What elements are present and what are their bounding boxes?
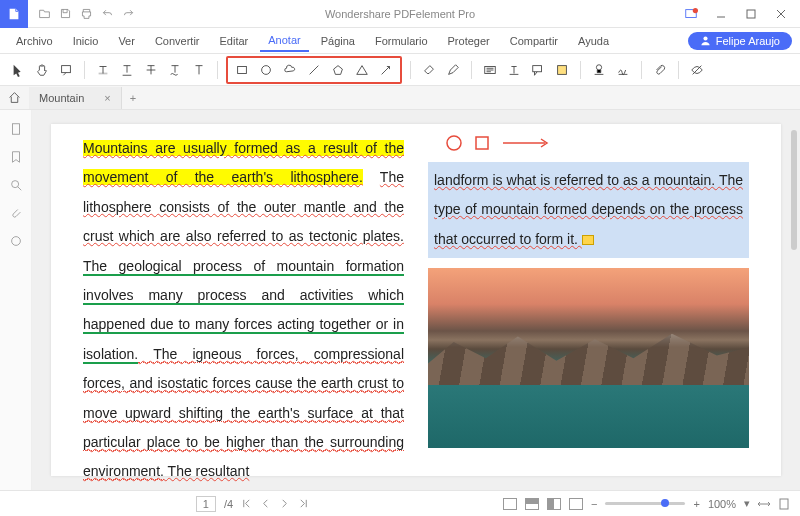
close-icon[interactable] <box>772 7 790 21</box>
tab-close-icon[interactable]: × <box>104 92 110 104</box>
notification-icon[interactable] <box>682 7 700 21</box>
textbox-tool-icon[interactable] <box>480 60 500 80</box>
undo-icon[interactable] <box>101 7 114 20</box>
document-tab[interactable]: Mountain × <box>29 87 122 109</box>
menu-ayuda[interactable]: Ayuda <box>570 31 617 51</box>
select-tool-icon[interactable] <box>8 60 28 80</box>
tab-label: Mountain <box>39 92 84 104</box>
view-facing-continuous-icon[interactable] <box>569 498 583 510</box>
zoom-dropdown-icon[interactable]: ▾ <box>744 497 750 510</box>
text-column-right: landform is what is referred to as a mou… <box>428 134 749 466</box>
menu-archivo[interactable]: Archivo <box>8 31 61 51</box>
menu-compartir[interactable]: Compartir <box>502 31 566 51</box>
polygon-shape-icon[interactable] <box>328 60 348 80</box>
annotate-toolbar <box>0 54 800 86</box>
next-page-icon[interactable] <box>279 498 290 509</box>
fit-page-icon[interactable] <box>778 498 790 510</box>
typewriter-tool-icon[interactable] <box>504 60 524 80</box>
zoom-knob[interactable] <box>661 499 669 507</box>
separator <box>580 61 581 79</box>
signature-tool-icon[interactable] <box>613 60 633 80</box>
area-highlight-box[interactable]: landform is what is referred to as a mou… <box>428 162 749 258</box>
page-total: /4 <box>224 498 233 510</box>
note-tool-icon[interactable] <box>56 60 76 80</box>
sticky-note-icon[interactable] <box>582 235 594 245</box>
menu-convertir[interactable]: Convertir <box>147 31 208 51</box>
arrow-shape-icon[interactable] <box>376 60 396 80</box>
svg-point-20 <box>447 136 461 150</box>
zoom-value: 100% <box>708 498 736 510</box>
svg-point-19 <box>11 237 20 246</box>
prev-page-icon[interactable] <box>260 498 271 509</box>
rectangle-shape-icon[interactable] <box>232 60 252 80</box>
zoom-in-icon[interactable]: + <box>693 498 699 510</box>
vertical-scrollbar[interactable] <box>790 110 798 490</box>
stamp-tool-icon[interactable] <box>589 60 609 80</box>
maximize-icon[interactable] <box>742 7 760 21</box>
drawn-circle-icon[interactable] <box>445 134 463 152</box>
last-page-icon[interactable] <box>298 498 309 509</box>
zoom-out-icon[interactable]: − <box>591 498 597 510</box>
attachments-panel-icon[interactable] <box>9 206 23 220</box>
pencil-tool-icon[interactable] <box>443 60 463 80</box>
line-shape-icon[interactable] <box>304 60 324 80</box>
redo-icon[interactable] <box>122 7 135 20</box>
separator <box>641 61 642 79</box>
main-area: Mountains are usually formed as a result… <box>0 110 800 490</box>
separator <box>410 61 411 79</box>
svg-rect-12 <box>533 65 542 71</box>
bookmarks-icon[interactable] <box>9 150 23 164</box>
user-button[interactable]: Felipe Araujo <box>688 32 792 50</box>
view-facing-icon[interactable] <box>547 498 561 510</box>
thumbnails-icon[interactable] <box>9 122 23 136</box>
callout-tool-icon[interactable] <box>528 60 548 80</box>
menu-editar[interactable]: Editar <box>212 31 257 51</box>
svg-rect-7 <box>238 66 247 73</box>
attachment-tool-icon[interactable] <box>650 60 670 80</box>
scrollbar-thumb[interactable] <box>791 130 797 250</box>
hand-tool-icon[interactable] <box>32 60 52 80</box>
print-icon[interactable] <box>80 7 93 20</box>
zoom-slider[interactable] <box>605 502 685 505</box>
menu-inicio[interactable]: Inicio <box>65 31 107 51</box>
view-continuous-icon[interactable] <box>525 498 539 510</box>
svg-line-18 <box>17 187 21 191</box>
separator <box>217 61 218 79</box>
fit-width-icon[interactable] <box>758 498 770 510</box>
title-bar: Wondershare PDFelement Pro <box>0 0 800 28</box>
menu-ver[interactable]: Ver <box>110 31 143 51</box>
drawn-arrow-icon[interactable] <box>501 136 551 150</box>
minimize-icon[interactable] <box>712 7 730 21</box>
cloud-shape-icon[interactable] <box>280 60 300 80</box>
area-highlight-icon[interactable] <box>552 60 572 80</box>
search-icon[interactable] <box>9 178 23 192</box>
menu-anotar[interactable]: Anotar <box>260 30 308 52</box>
circle-shape-icon[interactable] <box>256 60 276 80</box>
svg-rect-5 <box>62 65 71 72</box>
strikethrough-tool-icon[interactable] <box>141 60 161 80</box>
menu-pagina[interactable]: Página <box>313 31 363 51</box>
first-page-icon[interactable] <box>241 498 252 509</box>
page-input[interactable]: 1 <box>196 496 216 512</box>
comments-panel-icon[interactable] <box>9 234 23 248</box>
caret-tool-icon[interactable] <box>189 60 209 80</box>
hide-annotations-icon[interactable] <box>687 60 707 80</box>
separator <box>678 61 679 79</box>
home-icon[interactable] <box>0 91 29 104</box>
save-icon[interactable] <box>59 7 72 20</box>
eraser-tool-icon[interactable] <box>419 60 439 80</box>
underline-tool-icon[interactable] <box>117 60 137 80</box>
highlighted-text[interactable]: Mountains are usually formed as a result… <box>83 140 404 185</box>
drawn-square-icon[interactable] <box>475 136 489 150</box>
menu-formulario[interactable]: Formulario <box>367 31 436 51</box>
tab-bar: Mountain × + <box>0 86 800 110</box>
menu-proteger[interactable]: Proteger <box>440 31 498 51</box>
red-underline-text[interactable]: The igneous forces, compressional forces… <box>83 346 404 481</box>
open-icon[interactable] <box>38 7 51 20</box>
add-tab-icon[interactable]: + <box>122 92 144 104</box>
view-single-icon[interactable] <box>503 498 517 510</box>
triangle-shape-icon[interactable] <box>352 60 372 80</box>
highlight-tool-icon[interactable] <box>93 60 113 80</box>
squiggly-tool-icon[interactable] <box>165 60 185 80</box>
document-viewport[interactable]: Mountains are usually formed as a result… <box>32 110 800 490</box>
